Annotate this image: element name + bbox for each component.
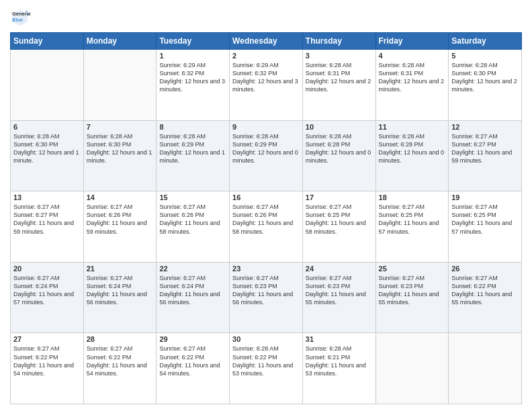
weekday-header-sunday: Sunday: [11, 33, 84, 50]
calendar-cell: 30Sunrise: 6:28 AM Sunset: 6:22 PM Dayli…: [230, 333, 303, 404]
calendar-cell: 14Sunrise: 6:27 AM Sunset: 6:26 PM Dayli…: [83, 191, 157, 263]
day-number: 18: [379, 193, 446, 201]
day-info: Sunrise: 6:27 AM Sunset: 6:26 PM Dayligh…: [232, 203, 300, 236]
day-number: 5: [451, 52, 519, 60]
day-info: Sunrise: 6:28 AM Sunset: 6:30 PM Dayligh…: [87, 132, 154, 165]
calendar-cell: 26Sunrise: 6:27 AM Sunset: 6:22 PM Dayli…: [449, 262, 522, 333]
logo: General Blue: [10, 7, 33, 27]
day-number: 2: [232, 52, 300, 60]
weekday-header-row: SundayMondayTuesdayWednesdayThursdayFrid…: [11, 33, 522, 50]
day-info: Sunrise: 6:28 AM Sunset: 6:21 PM Dayligh…: [306, 345, 373, 377]
day-number: 9: [232, 123, 300, 131]
day-number: 11: [379, 123, 446, 131]
day-number: 10: [306, 123, 373, 131]
calendar-week-row: 20Sunrise: 6:27 AM Sunset: 6:24 PM Dayli…: [11, 262, 522, 333]
calendar-cell: 31Sunrise: 6:28 AM Sunset: 6:21 PM Dayli…: [302, 333, 375, 404]
day-number: 27: [13, 335, 81, 343]
weekday-header-thursday: Thursday: [302, 33, 375, 50]
calendar-cell: 1Sunrise: 6:29 AM Sunset: 6:32 PM Daylig…: [157, 50, 230, 121]
calendar-cell: [83, 50, 157, 121]
day-info: Sunrise: 6:27 AM Sunset: 6:27 PM Dayligh…: [451, 132, 519, 165]
calendar-cell: 28Sunrise: 6:27 AM Sunset: 6:22 PM Dayli…: [83, 333, 157, 404]
day-number: 20: [13, 265, 81, 273]
day-info: Sunrise: 6:28 AM Sunset: 6:31 PM Dayligh…: [306, 61, 373, 94]
day-info: Sunrise: 6:27 AM Sunset: 6:24 PM Dayligh…: [87, 274, 154, 307]
calendar-cell: 17Sunrise: 6:27 AM Sunset: 6:25 PM Dayli…: [302, 191, 375, 263]
calendar-cell: [449, 333, 522, 404]
day-info: Sunrise: 6:27 AM Sunset: 6:23 PM Dayligh…: [232, 274, 300, 307]
day-info: Sunrise: 6:27 AM Sunset: 6:27 PM Dayligh…: [13, 203, 81, 236]
day-number: 7: [87, 123, 154, 131]
svg-text:Blue: Blue: [12, 17, 23, 23]
day-number: 22: [159, 265, 226, 273]
day-info: Sunrise: 6:28 AM Sunset: 6:22 PM Dayligh…: [232, 345, 300, 377]
day-number: 8: [159, 123, 226, 131]
day-info: Sunrise: 6:27 AM Sunset: 6:24 PM Dayligh…: [159, 274, 226, 307]
calendar-cell: 18Sunrise: 6:27 AM Sunset: 6:25 PM Dayli…: [375, 191, 449, 263]
day-number: 3: [306, 52, 373, 60]
day-info: Sunrise: 6:27 AM Sunset: 6:22 PM Dayligh…: [451, 274, 519, 307]
calendar-cell: [375, 333, 449, 404]
day-info: Sunrise: 6:28 AM Sunset: 6:30 PM Dayligh…: [13, 132, 81, 165]
calendar-table: SundayMondayTuesdayWednesdayThursdayFrid…: [10, 32, 522, 404]
day-info: Sunrise: 6:29 AM Sunset: 6:32 PM Dayligh…: [232, 61, 300, 94]
calendar-week-row: 27Sunrise: 6:27 AM Sunset: 6:22 PM Dayli…: [11, 333, 522, 404]
day-number: 16: [232, 193, 300, 201]
day-number: 30: [232, 335, 300, 343]
calendar-cell: 3Sunrise: 6:28 AM Sunset: 6:31 PM Daylig…: [302, 50, 375, 121]
weekday-header-saturday: Saturday: [449, 33, 522, 50]
day-number: 19: [451, 193, 519, 201]
page: General Blue SundayMondayTuesdayWednesda…: [0, 0, 532, 411]
calendar-cell: 2Sunrise: 6:29 AM Sunset: 6:32 PM Daylig…: [230, 50, 303, 121]
day-number: 26: [451, 265, 519, 273]
day-number: 15: [159, 193, 226, 201]
calendar-cell: 29Sunrise: 6:27 AM Sunset: 6:22 PM Dayli…: [157, 333, 230, 404]
day-number: 6: [13, 123, 81, 131]
header: General Blue: [10, 7, 522, 27]
day-number: 31: [306, 335, 373, 343]
calendar-cell: 4Sunrise: 6:28 AM Sunset: 6:31 PM Daylig…: [375, 50, 449, 121]
calendar-cell: [11, 50, 84, 121]
day-info: Sunrise: 6:27 AM Sunset: 6:22 PM Dayligh…: [87, 345, 154, 377]
calendar-cell: 24Sunrise: 6:27 AM Sunset: 6:23 PM Dayli…: [302, 262, 375, 333]
calendar-cell: 5Sunrise: 6:28 AM Sunset: 6:30 PM Daylig…: [449, 50, 522, 121]
calendar-cell: 9Sunrise: 6:28 AM Sunset: 6:29 PM Daylig…: [230, 120, 303, 191]
calendar-cell: 10Sunrise: 6:28 AM Sunset: 6:28 PM Dayli…: [302, 120, 375, 191]
day-info: Sunrise: 6:28 AM Sunset: 6:29 PM Dayligh…: [232, 132, 300, 165]
weekday-header-friday: Friday: [375, 33, 449, 50]
calendar-week-row: 1Sunrise: 6:29 AM Sunset: 6:32 PM Daylig…: [11, 50, 522, 121]
weekday-header-wednesday: Wednesday: [230, 33, 303, 50]
calendar-cell: 11Sunrise: 6:28 AM Sunset: 6:28 PM Dayli…: [375, 120, 449, 191]
day-info: Sunrise: 6:28 AM Sunset: 6:31 PM Dayligh…: [379, 61, 446, 94]
day-info: Sunrise: 6:28 AM Sunset: 6:30 PM Dayligh…: [451, 61, 519, 94]
day-info: Sunrise: 6:27 AM Sunset: 6:23 PM Dayligh…: [306, 274, 373, 307]
calendar-cell: 12Sunrise: 6:27 AM Sunset: 6:27 PM Dayli…: [449, 120, 522, 191]
calendar-cell: 8Sunrise: 6:28 AM Sunset: 6:29 PM Daylig…: [157, 120, 230, 191]
calendar-cell: 27Sunrise: 6:27 AM Sunset: 6:22 PM Dayli…: [11, 333, 84, 404]
calendar-cell: 25Sunrise: 6:27 AM Sunset: 6:23 PM Dayli…: [375, 262, 449, 333]
day-info: Sunrise: 6:28 AM Sunset: 6:28 PM Dayligh…: [379, 132, 446, 165]
calendar-cell: 22Sunrise: 6:27 AM Sunset: 6:24 PM Dayli…: [157, 262, 230, 333]
calendar-week-row: 13Sunrise: 6:27 AM Sunset: 6:27 PM Dayli…: [11, 191, 522, 263]
day-number: 25: [379, 265, 446, 273]
logo-icon: General Blue: [10, 7, 30, 27]
day-info: Sunrise: 6:28 AM Sunset: 6:28 PM Dayligh…: [306, 132, 373, 165]
calendar-cell: 21Sunrise: 6:27 AM Sunset: 6:24 PM Dayli…: [83, 262, 157, 333]
day-number: 1: [159, 52, 226, 60]
calendar-cell: 23Sunrise: 6:27 AM Sunset: 6:23 PM Dayli…: [230, 262, 303, 333]
day-info: Sunrise: 6:27 AM Sunset: 6:25 PM Dayligh…: [451, 203, 519, 236]
day-info: Sunrise: 6:27 AM Sunset: 6:26 PM Dayligh…: [159, 203, 226, 236]
day-number: 14: [87, 193, 154, 201]
calendar-cell: 15Sunrise: 6:27 AM Sunset: 6:26 PM Dayli…: [157, 191, 230, 263]
day-number: 21: [87, 265, 154, 273]
day-info: Sunrise: 6:27 AM Sunset: 6:24 PM Dayligh…: [13, 274, 81, 307]
calendar-cell: 16Sunrise: 6:27 AM Sunset: 6:26 PM Dayli…: [230, 191, 303, 263]
day-number: 29: [159, 335, 226, 343]
calendar-cell: 7Sunrise: 6:28 AM Sunset: 6:30 PM Daylig…: [83, 120, 157, 191]
day-info: Sunrise: 6:28 AM Sunset: 6:29 PM Dayligh…: [159, 132, 226, 165]
day-number: 23: [232, 265, 300, 273]
calendar-cell: 20Sunrise: 6:27 AM Sunset: 6:24 PM Dayli…: [11, 262, 84, 333]
day-info: Sunrise: 6:27 AM Sunset: 6:23 PM Dayligh…: [379, 274, 446, 307]
day-number: 24: [306, 265, 373, 273]
day-number: 13: [13, 193, 81, 201]
